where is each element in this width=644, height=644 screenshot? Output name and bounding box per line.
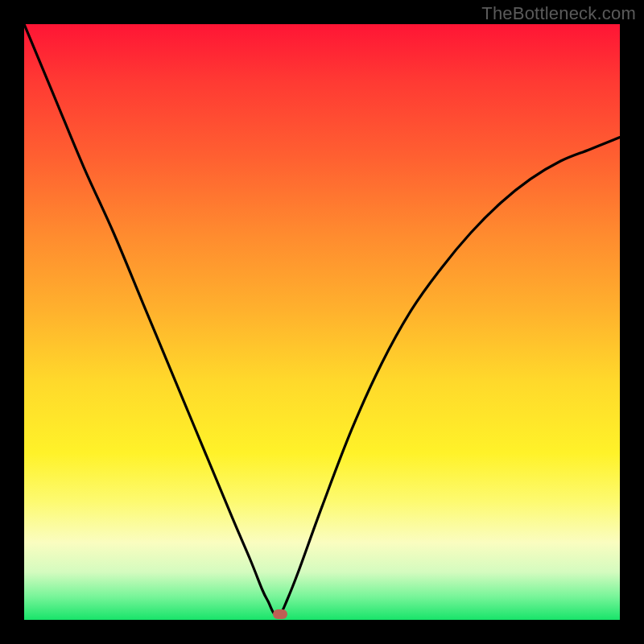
optimum-marker: [273, 609, 287, 619]
plot-area: [24, 24, 620, 620]
chart-frame: TheBottleneck.com: [0, 0, 644, 644]
watermark-text: TheBottleneck.com: [481, 3, 636, 24]
